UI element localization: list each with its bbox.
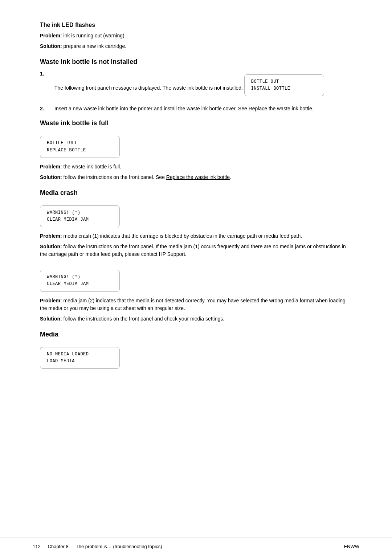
problem-text-4: media jam (2) indicates that the media i… <box>40 298 346 311</box>
replace-bottle-link-1[interactable]: Replace the waste ink bottle <box>249 106 312 111</box>
problem-text-1: ink is running out (warning). <box>62 33 126 38</box>
solution-text-3: follow the instructions on the front pan… <box>40 244 346 257</box>
media-crash-sub-1: WARNING! (*) CLEAR MEDIA JAM Problem: me… <box>40 202 352 258</box>
solution-text-4: follow the instructions on the front pan… <box>62 316 224 322</box>
panel-line-warning-2-2: CLEAR MEDIA JAM <box>47 281 113 287</box>
waste-ink-full-section: Waste ink bottle is full BOTTLE FULL REP… <box>40 119 352 181</box>
waste-full-problem: Problem: the waste ink bottle is full. <box>40 163 352 171</box>
media-section: Media NO MEDIA LOADED LOAD MEDIA <box>40 331 352 374</box>
problem-text-2: the waste ink bottle is full. <box>62 164 121 170</box>
panel-line-warning-2-1: WARNING! (*) <box>47 274 113 281</box>
panel-box-warning-2: WARNING! (*) CLEAR MEDIA JAM <box>40 270 120 291</box>
ink-led-heading: The ink LED flashes <box>40 22 352 28</box>
item-1-text: The following front panel message is dis… <box>54 85 243 91</box>
panel-box-bottle-out: BOTTLE OUT INSTALL BOTTLE <box>244 74 324 96</box>
content-area: The ink LED flashes Problem: ink is runn… <box>40 22 352 411</box>
solution-label-4: Solution: <box>40 316 62 322</box>
media-crash-heading: Media crash <box>40 189 352 197</box>
solution-label-1: Solution: <box>40 43 62 49</box>
panel-box-bottle-full: BOTTLE FULL REPLACE BOTTLE <box>40 136 120 158</box>
panel-line-no-media-2: LOAD MEDIA <box>47 358 113 365</box>
waste-ink-not-installed-heading: Waste ink bottle is not installed <box>40 58 352 66</box>
item-number-2: 2. <box>40 106 54 111</box>
panel-line-warning-1-1: WARNING! (*) <box>47 209 113 216</box>
panel-line-no-media-1: NO MEDIA LOADED <box>47 351 113 358</box>
item-number-1: 1. <box>40 71 54 101</box>
media-crash-problem-1: Problem: media crash (1) indicates that … <box>40 232 352 240</box>
ink-led-section: The ink LED flashes Problem: ink is runn… <box>40 22 352 50</box>
ink-led-problem: Problem: ink is running out (warning). <box>40 32 352 40</box>
item-1-content: The following front panel message is dis… <box>54 71 352 101</box>
panel-line-warning-1-2: CLEAR MEDIA JAM <box>47 216 113 223</box>
media-crash-problem-2: Problem: media jam (2) indicates that th… <box>40 297 352 312</box>
ink-led-solution: Solution: prepare a new ink cartridge. <box>40 42 352 50</box>
media-heading: Media <box>40 331 352 338</box>
panel-box-no-media: NO MEDIA LOADED LOAD MEDIA <box>40 347 120 369</box>
solution-text-after-2: . <box>230 174 231 180</box>
footer: 112 Chapter 8 The problem is… (troublesh… <box>0 538 392 555</box>
problem-label-4: Problem: <box>40 298 62 303</box>
waste-full-solution: Solution: follow the instructions on the… <box>40 174 352 181</box>
problem-label-1: Problem: <box>40 33 62 38</box>
item-2-text-before: Insert a new waste ink bottle into the p… <box>54 106 249 111</box>
panel-line-bottle-out-1: BOTTLE OUT <box>251 78 317 85</box>
media-crash-solution-2: Solution: follow the instructions on the… <box>40 315 352 323</box>
footer-enww: ENWW <box>344 544 359 549</box>
waste-ink-full-heading: Waste ink bottle is full <box>40 119 352 127</box>
footer-page-number: 112 <box>33 544 41 549</box>
solution-text-before-2: follow the instructions on the front pan… <box>62 174 166 180</box>
media-crash-sub-2: WARNING! (*) CLEAR MEDIA JAM Problem: me… <box>40 266 352 322</box>
media-crash-section: Media crash WARNING! (*) CLEAR MEDIA JAM… <box>40 189 352 323</box>
footer-left: 112 Chapter 8 The problem is… (troublesh… <box>33 544 162 549</box>
waste-ink-not-installed-section: Waste ink bottle is not installed 1. The… <box>40 58 352 111</box>
panel-box-warning-1: WARNING! (*) CLEAR MEDIA JAM <box>40 205 120 227</box>
solution-label-2: Solution: <box>40 174 62 180</box>
problem-text-3: media crash (1) indicates that the carri… <box>62 233 302 239</box>
problem-label-3: Problem: <box>40 233 62 239</box>
panel-line-bottle-full-1: BOTTLE FULL <box>47 140 113 147</box>
panel-line-bottle-full-2: REPLACE BOTTLE <box>47 147 113 154</box>
panel-line-bottle-out-2: INSTALL BOTTLE <box>251 85 317 92</box>
problem-label-2: Problem: <box>40 164 62 170</box>
media-crash-solution-1: Solution: follow the instructions on the… <box>40 243 352 258</box>
item-2-content: Insert a new waste ink bottle into the p… <box>54 106 352 111</box>
footer-chapter: Chapter 8 <box>48 544 69 549</box>
footer-chapter-description: The problem is… (troubleshooting topics) <box>76 544 162 549</box>
numbered-item-1: 1. The following front panel message is … <box>40 71 352 101</box>
replace-bottle-link-2[interactable]: Replace the waste ink bottle <box>166 174 230 180</box>
item-2-text-after: . <box>312 106 314 111</box>
numbered-item-2: 2. Insert a new waste ink bottle into th… <box>40 106 352 111</box>
solution-text-1: prepare a new ink cartridge. <box>62 43 126 49</box>
solution-label-3: Solution: <box>40 244 62 249</box>
